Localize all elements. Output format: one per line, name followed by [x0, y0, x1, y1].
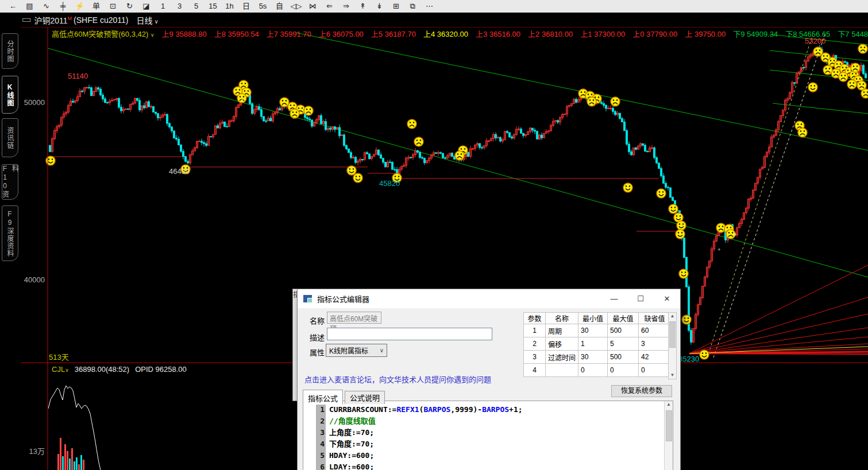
save-button[interactable]: ⊡ — [105, 0, 121, 12]
sidebar-tab-K线图[interactable]: K线图 — [2, 76, 18, 114]
period-day-button[interactable]: 日 — [238, 0, 254, 12]
table-cell[interactable]: 30 — [578, 351, 608, 364]
period-1hour-button[interactable]: 1h — [221, 0, 238, 12]
table-cell[interactable]: 周期 — [546, 324, 578, 337]
restore-defaults-button[interactable]: 恢复系统参数 — [611, 385, 672, 397]
mini-chart-button[interactable]: ◪ — [138, 0, 155, 12]
table-cell[interactable]: 0 — [578, 364, 608, 377]
code-line[interactable]: 5HDAY:=600; — [303, 450, 673, 461]
table-row[interactable]: 2偏移153 — [524, 337, 671, 351]
link-icon: ⊏⊐ — [22, 16, 30, 24]
support-lines — [48, 157, 681, 231]
tab-formula-description[interactable]: 公式说明 — [345, 391, 385, 404]
attribute-select[interactable]: K线附属指标∨ — [326, 344, 387, 357]
pan-right-button[interactable]: ⇒ — [338, 0, 354, 12]
table-cell[interactable]: 500 — [608, 324, 639, 337]
close-button[interactable]: ✕ — [654, 289, 680, 308]
table-header: 参数 — [524, 313, 546, 324]
subchart-opid: OPID 96258.00 — [135, 365, 187, 374]
table-cell[interactable]: 5 — [608, 337, 639, 351]
table-row[interactable]: 1周期3050060 — [524, 324, 671, 337]
restore-scale-button[interactable]: ⋈ — [304, 0, 321, 12]
back-button[interactable]: ← — [5, 0, 21, 12]
code-line[interactable]: 4下角度:=70; — [303, 438, 673, 450]
happy-face-icon — [700, 350, 709, 359]
period-1min-button[interactable]: 1 — [155, 0, 171, 12]
scroll-up-icon[interactable]: ▲ — [670, 313, 675, 320]
sidebar-tab-资讯链[interactable]: 资讯链 — [2, 118, 18, 157]
period-custom-button[interactable]: 自 — [271, 0, 288, 12]
period-3min-button[interactable]: 3 — [171, 0, 188, 12]
period-15min-button[interactable]: 15 — [205, 0, 221, 12]
happy-face-icon — [669, 204, 678, 213]
tab-indicator-formula[interactable]: 指标公式 — [303, 390, 343, 405]
table-cell[interactable]: 4 — [524, 364, 546, 377]
zoom-out-button[interactable]: ↡ — [371, 0, 388, 12]
table-cell[interactable] — [546, 364, 578, 377]
subchart-indicator-selector[interactable]: CJL∨ — [52, 365, 69, 374]
table-cell[interactable]: 0 — [608, 364, 639, 377]
table-cell[interactable]: 1 — [578, 337, 608, 351]
order-panel-button[interactable]: 单 — [88, 0, 105, 12]
gann-fan-lines — [689, 265, 868, 354]
code-line[interactable]: 6LDAY:=600; — [303, 461, 673, 470]
sidebar-tab-分时图[interactable]: 分时图 — [2, 33, 18, 69]
compress-bars-button[interactable]: ◁▷ — [288, 0, 304, 12]
level-value: 上5 36187.70 — [371, 29, 416, 38]
indicator-title[interactable]: 高低点60M突破预警(60,3,42) ∨ — [52, 29, 155, 38]
sidebar-tab-F9深度资料[interactable]: F9深度资料 — [2, 205, 18, 261]
period-5min-button[interactable]: 5 — [188, 0, 205, 12]
description-field[interactable] — [327, 328, 492, 340]
code-line[interactable]: 1CURRBARSCOUNT:=REFX1(BARPOS,9999)-BARPO… — [303, 404, 673, 415]
editor-tabs: 指标公式 公式说明 — [303, 389, 387, 404]
table-row[interactable]: 3过滤时间3050042 — [524, 351, 671, 364]
scroll-down-icon[interactable]: ▼ — [670, 372, 675, 379]
zoom-in-button[interactable]: ↟ — [354, 0, 371, 12]
level-value: 上8 35950.54 — [214, 29, 259, 38]
more-button[interactable]: ⋯ — [421, 0, 438, 12]
table-cell[interactable]: 3 — [524, 351, 546, 364]
dialog-titlebar[interactable]: 指标公式编辑器 — ☐ ✕ — [298, 289, 680, 308]
instrument-name[interactable]: 沪铜2011M — [34, 14, 74, 26]
table-cell[interactable]: 偏移 — [546, 337, 578, 351]
window-cascade-button[interactable]: ⧉ — [404, 0, 421, 12]
period-selector[interactable]: 日线∨ — [137, 14, 159, 26]
table-cell[interactable]: 500 — [608, 351, 639, 364]
refresh-button[interactable]: ↻ — [121, 0, 138, 12]
svg-text:+: + — [241, 97, 244, 103]
scroll-up-icon[interactable]: ▲ — [666, 401, 671, 408]
sidebar-tab-F10资料[interactable]: F10资料 — [2, 164, 18, 200]
pan-left-button[interactable]: ⇐ — [321, 0, 338, 12]
table-cell[interactable]: 过滤时间 — [546, 351, 578, 364]
forum-link[interactable]: 点击进入麦语言论坛，向文华技术人员提问你遇到的问题 — [304, 374, 491, 384]
table-cell[interactable]: 30 — [578, 324, 608, 337]
table-cell[interactable]: 0 — [639, 364, 671, 377]
code-editor[interactable]: 1CURRBARSCOUNT:=REFX1(BARPOS,9999)-BARPO… — [303, 401, 673, 470]
happy-face-icon — [808, 83, 817, 92]
left-sidebar: 分时图K线图资讯链F10资料F9深度资料 — [0, 27, 21, 470]
scroll-thumb[interactable] — [666, 410, 672, 441]
table-scrollbar[interactable]: ▲ ▼ — [668, 312, 677, 379]
kline-chart-button[interactable]: ╪ — [55, 0, 71, 12]
time-share-chart-button[interactable]: ∿ — [38, 0, 55, 12]
minimize-button[interactable]: — — [601, 289, 627, 308]
grid-layout-button[interactable]: ⊞ — [388, 0, 404, 12]
table-row[interactable]: 4000 — [524, 364, 671, 377]
lightning-order-button[interactable]: ⚡ — [71, 0, 88, 12]
quote-report-button[interactable]: ▤ — [21, 0, 38, 12]
table-cell[interactable]: 42 — [639, 351, 671, 364]
scroll-thumb[interactable] — [669, 321, 676, 348]
table-cell[interactable]: 3 — [639, 337, 671, 351]
line-number: 2 — [303, 415, 325, 427]
code-line[interactable]: 2//角度线取值 — [303, 415, 673, 427]
code-line[interactable]: 3上角度:=70; — [303, 427, 673, 438]
name-label: 名称 — [310, 315, 325, 326]
table-cell[interactable]: 2 — [524, 337, 546, 351]
period-5sec-button[interactable]: 5s — [254, 0, 271, 12]
table-cell[interactable]: 60 — [639, 324, 671, 337]
happy-face-icon — [657, 189, 666, 198]
table-cell[interactable]: 1 — [524, 324, 546, 337]
instrument-code: (SHFE cu2011) — [74, 15, 128, 25]
code-scrollbar[interactable]: ▲ — [664, 401, 673, 470]
maximize-button[interactable]: ☐ — [627, 289, 654, 308]
